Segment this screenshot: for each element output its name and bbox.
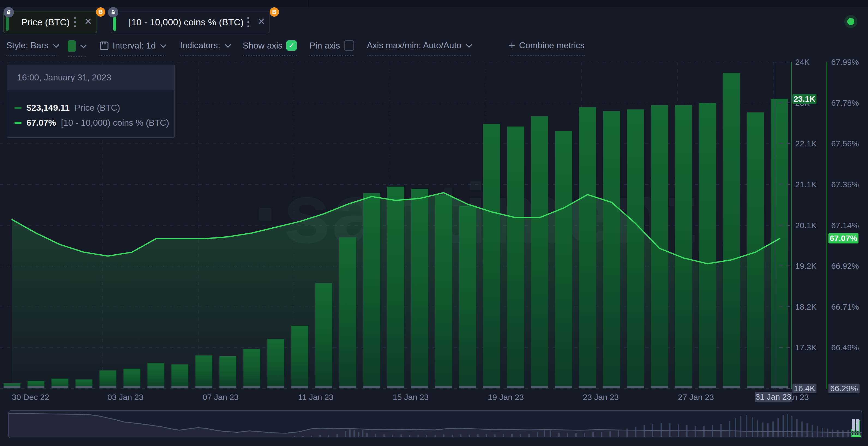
style-selector[interactable]: Style: Bars — [6, 40, 58, 56]
show-axis-toggle[interactable]: Show axis ✓ — [243, 40, 297, 56]
bar-base — [387, 386, 404, 388]
tick-mark — [779, 62, 783, 62]
show-axis-label: Show axis — [243, 41, 282, 51]
tick-mark — [786, 347, 790, 348]
price-bar[interactable] — [651, 105, 668, 389]
close-icon[interactable]: × — [80, 15, 96, 29]
bar-base — [363, 386, 380, 388]
tick-mark — [786, 184, 790, 185]
bar-base — [267, 386, 284, 388]
btc-icon: B — [270, 7, 279, 17]
interval-icon — [99, 40, 109, 51]
price-bar[interactable] — [771, 99, 788, 388]
price-bar[interactable] — [531, 117, 548, 389]
pct-min-badge: 66.29% — [829, 384, 860, 393]
price-bar[interactable] — [267, 339, 284, 388]
tick-mark — [786, 102, 790, 103]
price-bar[interactable] — [507, 127, 524, 388]
tooltip-row-coins-pct: 67.07% [10 - 10,000) coins % (BTC) — [14, 118, 166, 128]
price-bar[interactable] — [291, 326, 308, 388]
price-bar[interactable] — [339, 237, 356, 388]
chevron-down-icon — [53, 41, 59, 48]
navigator-handle[interactable] — [852, 419, 859, 431]
price-bar[interactable] — [723, 73, 740, 388]
price-bar[interactable] — [627, 109, 644, 388]
price-bar[interactable] — [195, 355, 212, 388]
show-axis-checkbox[interactable]: ✓ — [286, 40, 297, 51]
pct-tick-label: 67.99% — [831, 58, 859, 67]
combine-metrics-label: Combine metrics — [519, 40, 585, 51]
bar-base — [435, 386, 452, 388]
price-bar[interactable] — [555, 131, 572, 388]
connection-status-dot — [844, 15, 857, 28]
tooltip-row-price: $23,149.11 Price (BTC) — [14, 103, 166, 113]
interval-selector[interactable]: Interval: 1d — [99, 40, 165, 56]
bar-base — [555, 386, 572, 388]
tick-mark — [779, 225, 783, 226]
bar-base — [699, 386, 716, 388]
tooltip-datetime: 16:00, January 31, 2023 — [7, 65, 174, 90]
bar-base — [723, 386, 740, 388]
price-series-swatch — [14, 107, 22, 109]
date-crosshair-badge: 31 Jan 23 — [755, 392, 792, 402]
bar-base — [4, 386, 21, 388]
style-selector-label: Style: Bars — [6, 40, 49, 51]
price-tick-label: 17.3K — [795, 343, 816, 352]
bar-base — [579, 386, 596, 388]
price-bar[interactable] — [411, 189, 428, 388]
bar-base — [675, 386, 692, 388]
price-bar[interactable] — [99, 371, 117, 388]
chevron-down-icon — [466, 41, 472, 48]
indicators-selector[interactable]: Indicators: — [180, 40, 230, 56]
price-bar[interactable] — [675, 105, 692, 389]
pin-axis-toggle[interactable]: Pin axis — [310, 40, 354, 56]
price-bar[interactable] — [243, 349, 260, 388]
pin-axis-checkbox[interactable] — [344, 40, 354, 51]
price-tick-label: 19.2K — [795, 261, 816, 271]
price-bar[interactable] — [579, 107, 596, 388]
price-bar[interactable] — [435, 195, 452, 388]
color-selector[interactable] — [68, 40, 86, 57]
price-accent-bar — [6, 17, 9, 31]
tick-mark — [786, 143, 790, 144]
price-bar[interactable] — [148, 363, 164, 388]
axis-maxmin-selector[interactable]: Axis max/min: Auto/Auto — [367, 40, 471, 56]
metric-options-icon[interactable] — [244, 14, 253, 30]
price-bar[interactable] — [387, 187, 404, 388]
x-axis-label: 27 Jan 23 — [678, 392, 714, 402]
bar-base — [195, 386, 212, 388]
price-bar[interactable] — [219, 356, 236, 388]
price-tick-label: 24K — [795, 58, 810, 67]
navigator-canvas[interactable] — [9, 411, 862, 438]
price-bar[interactable] — [603, 111, 620, 388]
price-bar[interactable] — [747, 112, 764, 388]
price-bar[interactable] — [172, 364, 188, 388]
tick-mark — [779, 265, 783, 266]
price-bar[interactable] — [483, 124, 500, 388]
topbar-divider — [308, 0, 308, 7]
bar-base — [627, 386, 644, 388]
metric-tab-price[interactable]: Price (BTC) × B — [3, 11, 97, 33]
combine-metrics-button[interactable]: + Combine metrics — [508, 40, 585, 56]
bar-base — [339, 386, 356, 388]
pct-tick-label: 66.92% — [831, 261, 859, 271]
price-bar[interactable] — [315, 283, 332, 388]
bar-base — [124, 386, 141, 388]
bar-base — [315, 386, 332, 388]
tick-mark — [786, 62, 790, 62]
price-crosshair-badge: 23.1K — [793, 94, 816, 104]
timeline-navigator[interactable] — [8, 410, 862, 438]
navigator-area — [9, 413, 862, 437]
pct-tick-label: 67.14% — [831, 221, 859, 230]
indicators-selector-label: Indicators: — [180, 40, 220, 51]
price-series-label: Price (BTC) — [74, 103, 120, 113]
price-bar[interactable] — [459, 205, 476, 388]
price-bar[interactable] — [363, 193, 380, 388]
price-tick-label: 21.1K — [795, 180, 816, 189]
metric-tab-coins-pct[interactable]: [10 - 10,000) coins % (BTC) × B — [111, 11, 270, 33]
metric-options-icon[interactable] — [70, 14, 80, 30]
close-icon[interactable]: × — [253, 15, 270, 29]
price-bar[interactable] — [699, 103, 716, 388]
price-bar[interactable] — [124, 369, 141, 389]
coins-pct-accent-bar — [113, 17, 116, 31]
